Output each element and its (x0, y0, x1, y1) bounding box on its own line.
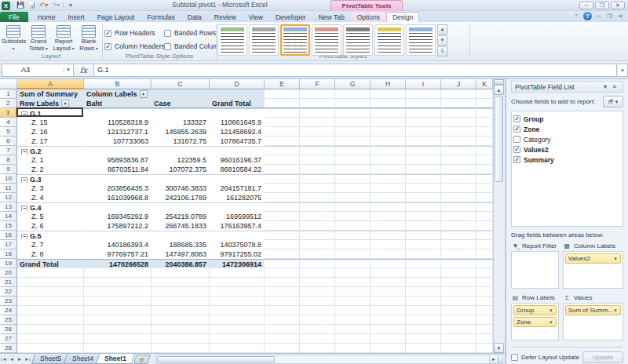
cell[interactable] (371, 325, 406, 334)
cell[interactable]: 254219.0789 (152, 212, 210, 221)
cell[interactable] (476, 118, 493, 127)
cell[interactable] (371, 231, 406, 240)
last-sheet-icon[interactable]: ►| (24, 357, 31, 362)
cell[interactable] (335, 89, 371, 99)
cell[interactable] (441, 325, 476, 334)
cell[interactable] (152, 287, 210, 297)
vertical-scroll-thumb[interactable] (495, 96, 503, 182)
cell[interactable] (441, 165, 476, 174)
cell[interactable]: 140375078.8 (210, 240, 265, 249)
cell[interactable] (406, 89, 441, 99)
cell[interactable] (441, 249, 476, 259)
cell[interactable] (476, 240, 493, 249)
cell[interactable] (406, 136, 441, 146)
cell[interactable] (406, 127, 441, 136)
cell[interactable]: 107864735.7 (210, 136, 265, 146)
pane-menu-icon[interactable]: ▼ (601, 84, 610, 89)
cell[interactable] (476, 278, 493, 287)
cell[interactable] (152, 334, 210, 344)
cell[interactable] (84, 325, 152, 334)
cell[interactable] (210, 268, 265, 278)
cell[interactable] (335, 193, 371, 202)
style-swatch-light-green[interactable] (217, 24, 247, 56)
cell[interactable] (371, 249, 406, 259)
report-filter-box[interactable] (511, 251, 559, 289)
cell[interactable] (406, 118, 441, 127)
cell[interactable] (441, 108, 476, 118)
cell[interactable]: 204157181.7 (210, 184, 265, 193)
ribbon-tab-file[interactable]: File (0, 12, 28, 22)
cell[interactable] (476, 136, 493, 146)
gallery-down-icon[interactable]: ▼ (437, 35, 447, 46)
cell[interactable] (210, 306, 265, 315)
cell[interactable] (406, 165, 441, 174)
cell[interactable]: 96016196.37 (210, 155, 265, 165)
defer-layout-checkbox[interactable] (511, 354, 518, 361)
horizontal-split-handle[interactable] (498, 355, 502, 363)
cell[interactable] (441, 193, 476, 202)
cell[interactable] (371, 155, 406, 165)
cell[interactable] (335, 278, 371, 287)
cell[interactable] (335, 297, 371, 306)
cell[interactable]: Grand Total (210, 99, 265, 108)
cell[interactable] (152, 202, 210, 212)
cell[interactable] (152, 325, 210, 334)
cell[interactable] (406, 202, 441, 212)
cell[interactable] (476, 202, 493, 212)
cell[interactable]: Row Labels▼ (17, 99, 84, 108)
cell[interactable] (476, 108, 493, 118)
cell[interactable]: 86810584.22 (210, 165, 265, 174)
checkbox-row-headers[interactable]: Row Headers (104, 29, 155, 37)
cell[interactable]: 1472306914 (210, 259, 265, 268)
cell[interactable]: −G.2 (17, 146, 84, 155)
cell[interactable] (210, 146, 265, 155)
cell[interactable] (17, 325, 84, 334)
cell[interactable] (371, 297, 406, 306)
cell[interactable] (371, 108, 406, 118)
cell[interactable] (210, 334, 265, 344)
cell[interactable] (300, 268, 335, 278)
row-header-22[interactable]: 22 (0, 287, 17, 297)
worksheet-grid[interactable]: ABCDEFGHIJK1Sum of SummaryColumn Labels▼… (0, 79, 493, 353)
ribbon-tab-view[interactable]: View (243, 12, 269, 22)
cell[interactable]: Z. 4 (17, 193, 84, 202)
cell[interactable]: Column Labels▼ (84, 89, 152, 99)
cell[interactable] (476, 344, 493, 353)
cell[interactable]: −G.5 (17, 231, 84, 240)
field-pill-sum-of-summ-[interactable]: Sum of Summ...▼ (565, 305, 621, 315)
cell[interactable] (84, 268, 152, 278)
cell[interactable] (265, 306, 300, 315)
cell[interactable] (476, 315, 493, 325)
cell[interactable] (300, 231, 335, 240)
cell[interactable] (300, 221, 335, 231)
row-header-10[interactable]: 10 (0, 174, 17, 184)
cell[interactable] (335, 231, 371, 240)
cell[interactable] (371, 306, 406, 315)
cell[interactable] (441, 306, 476, 315)
cell[interactable] (371, 344, 406, 353)
cell[interactable]: 169599512 (210, 212, 265, 221)
cell[interactable] (17, 297, 84, 306)
cell[interactable] (152, 174, 210, 184)
cell[interactable] (406, 268, 441, 278)
cell[interactable] (300, 259, 335, 268)
ribbon-tab-home[interactable]: Home (31, 12, 62, 22)
cell[interactable]: 133327 (152, 118, 210, 127)
cell[interactable] (84, 146, 152, 155)
cell[interactable] (152, 108, 210, 118)
cell[interactable]: 107733063 (84, 136, 152, 146)
pane-close-icon[interactable]: ✕ (610, 84, 619, 90)
cell[interactable] (84, 344, 152, 353)
cell[interactable] (441, 221, 476, 231)
restore-button[interactable]: ❐ (595, 2, 609, 9)
cell[interactable] (210, 297, 265, 306)
cell[interactable] (371, 334, 406, 344)
cell[interactable] (406, 240, 441, 249)
cell[interactable]: −G.3 (17, 174, 84, 184)
collapse-group-icon[interactable]: − (21, 206, 27, 212)
cell[interactable]: 175897212.2 (84, 221, 152, 231)
row-header-14[interactable]: 14 (0, 212, 17, 221)
cell[interactable] (476, 259, 493, 268)
row-header-9[interactable]: 9 (0, 165, 17, 174)
cell[interactable] (335, 184, 371, 193)
